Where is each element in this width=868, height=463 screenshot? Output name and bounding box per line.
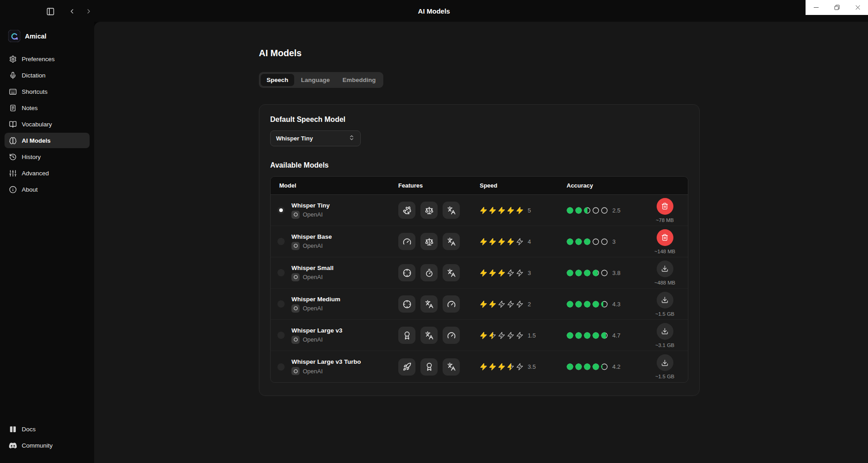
sidebar-item-about[interactable]: About	[5, 182, 90, 197]
download-model-button[interactable]	[657, 354, 673, 371]
feature-rabbit-button[interactable]	[398, 202, 415, 219]
sidebar-item-ai-models[interactable]: AI Models	[5, 133, 90, 148]
model-provider: OpenAI	[303, 211, 323, 218]
close-button[interactable]	[847, 0, 868, 15]
model-row-whisper-medium: Whisper Medium OpenAI 2 4.3 ~1.5 GB	[271, 289, 688, 320]
sidebar-toggle-button[interactable]	[44, 5, 56, 17]
chevron-right-icon	[85, 8, 92, 15]
model-provider: OpenAI	[303, 274, 323, 280]
feature-crosshair-button[interactable]	[398, 295, 415, 313]
sidebar-footer-item-community[interactable]: Community	[5, 438, 90, 453]
speed-bolt	[489, 238, 496, 246]
model-radio[interactable]	[277, 269, 285, 276]
feature-languages-button[interactable]	[443, 264, 460, 281]
feature-scale-button[interactable]	[420, 233, 438, 250]
accuracy-dot	[601, 332, 608, 339]
action-cell: ~78 MB	[642, 198, 688, 223]
nav-back-button[interactable]	[66, 5, 78, 17]
model-radio[interactable]	[277, 363, 285, 371]
gauge-icon	[447, 331, 456, 340]
feature-scale-button[interactable]	[420, 202, 438, 219]
speed-bolt	[480, 300, 487, 308]
model-radio[interactable]	[277, 207, 285, 214]
download-model-button[interactable]	[657, 323, 673, 340]
page-title: AI Models	[259, 48, 700, 58]
model-name: Whisper Tiny	[291, 202, 330, 209]
tab-embedding[interactable]: Embedding	[337, 74, 382, 86]
feature-award-button[interactable]	[420, 358, 438, 376]
nav-forward-button[interactable]	[83, 5, 95, 17]
model-radio[interactable]	[277, 332, 285, 339]
tab-speech[interactable]: Speech	[261, 74, 294, 86]
feature-timer-button[interactable]	[420, 264, 438, 281]
accuracy-value: 3	[612, 238, 615, 245]
model-name: Whisper Large v3 Turbo	[291, 358, 361, 365]
model-radio[interactable]	[277, 300, 285, 308]
feature-award-button[interactable]	[398, 327, 415, 344]
speed-value: 3	[528, 270, 531, 276]
sidebar: Amical PreferencesDictationShortcutsNote…	[0, 22, 94, 463]
gear-icon	[9, 55, 17, 63]
column-header-model: Model	[271, 182, 398, 189]
minimize-button[interactable]	[806, 0, 826, 15]
feature-gauge-button[interactable]	[398, 233, 415, 250]
model-provider: OpenAI	[303, 336, 323, 343]
accuracy-dot	[567, 270, 573, 276]
accuracy-value: 2.5	[612, 207, 620, 214]
sliders-icon	[9, 169, 17, 177]
accuracy-dot	[584, 332, 591, 339]
delete-model-button[interactable]	[657, 198, 673, 215]
model-row-whisper-tiny: Whisper Tiny OpenAI 5 2.5 ~78 MB	[271, 195, 688, 226]
sidebar-item-history[interactable]: History	[5, 149, 90, 164]
default-model-heading: Default Speech Model	[270, 116, 688, 124]
speed-bolt	[507, 207, 515, 214]
download-model-button[interactable]	[657, 260, 673, 277]
model-provider: OpenAI	[303, 368, 323, 375]
rocket-icon	[403, 362, 411, 371]
feature-gauge-button[interactable]	[443, 295, 460, 313]
accuracy-cell: 3	[567, 238, 642, 245]
speed-bolt	[498, 207, 506, 214]
accuracy-dot	[601, 270, 608, 276]
languages-icon	[425, 300, 434, 309]
download-model-button[interactable]	[657, 292, 673, 309]
model-row-whisper-base: Whisper Base OpenAI 4 3 ~148 MB	[271, 226, 688, 257]
feature-languages-button[interactable]	[420, 295, 438, 313]
sidebar-item-dictation[interactable]: Dictation	[5, 68, 90, 83]
feature-rocket-button[interactable]	[398, 358, 415, 376]
table-header: ModelFeaturesSpeedAccuracy	[271, 177, 688, 195]
sidebar-item-notes[interactable]: Notes	[5, 100, 90, 116]
tab-language[interactable]: Language	[295, 74, 336, 86]
sidebar-footer-item-docs[interactable]: Docs	[5, 421, 90, 437]
sidebar-item-label: Notes	[22, 105, 38, 111]
accuracy-dot	[575, 363, 582, 370]
feature-languages-button[interactable]	[443, 233, 460, 250]
sidebar-item-label: AI Models	[22, 137, 51, 144]
sidebar-item-advanced[interactable]: Advanced	[5, 165, 90, 181]
features-cell	[398, 327, 480, 344]
delete-model-button[interactable]	[657, 229, 673, 246]
chevron-left-icon	[68, 8, 76, 15]
accuracy-dot	[592, 332, 599, 339]
restore-button[interactable]	[826, 0, 847, 15]
sidebar-item-shortcuts[interactable]: Shortcuts	[5, 84, 90, 99]
sidebar-item-preferences[interactable]: Preferences	[5, 51, 90, 67]
window-title: AI Models	[0, 0, 868, 22]
selected-model-value: Whisper Tiny	[276, 135, 313, 142]
model-row-whisper-large-v3-turbo: Whisper Large v3 Turbo OpenAI 3.5 4.2 ~1…	[271, 351, 688, 382]
model-radio[interactable]	[277, 238, 285, 245]
feature-gauge-button[interactable]	[443, 327, 460, 344]
sidebar-footer: DocsCommunity	[5, 421, 90, 454]
feature-languages-button[interactable]	[443, 358, 460, 376]
model-provider-row: OpenAI	[291, 336, 343, 344]
default-model-select[interactable]: Whisper Tiny	[270, 130, 361, 146]
tab-bar: SpeechLanguageEmbedding	[259, 72, 383, 88]
feature-languages-button[interactable]	[420, 327, 438, 344]
features-cell	[398, 202, 480, 219]
feature-languages-button[interactable]	[443, 202, 460, 219]
notes-icon	[9, 104, 17, 112]
model-size: ~488 MB	[654, 280, 675, 285]
speed-cell: 2	[480, 300, 567, 308]
sidebar-item-vocabulary[interactable]: Vocabulary	[5, 116, 90, 132]
feature-crosshair-button[interactable]	[398, 264, 415, 281]
